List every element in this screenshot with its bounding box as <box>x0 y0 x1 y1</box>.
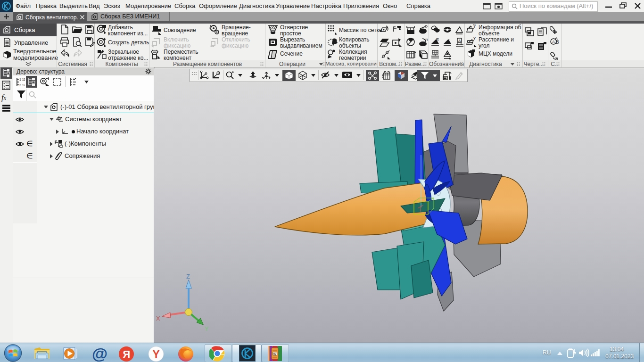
svg-text:W: W <box>273 353 277 356</box>
svg-text:B: B <box>556 40 559 45</box>
svg-text:A: A <box>458 39 461 43</box>
svg-text:Y: Y <box>205 325 209 332</box>
svg-text:Y: Y <box>153 348 160 361</box>
svg-text:?: ? <box>473 25 476 29</box>
svg-text:1 11: 1 11 <box>19 78 25 81</box>
svg-text:R: R <box>425 38 428 42</box>
svg-text:E: E <box>436 37 439 42</box>
svg-text:A: A <box>552 40 555 44</box>
svg-text:Z: Z <box>186 273 190 280</box>
svg-text:?: ? <box>473 37 476 41</box>
svg-text:2 12: 2 12 <box>19 83 25 87</box>
svg-text:@: @ <box>92 346 107 362</box>
svg-text:Я: Я <box>123 348 131 360</box>
svg-text:X: X <box>156 315 160 322</box>
